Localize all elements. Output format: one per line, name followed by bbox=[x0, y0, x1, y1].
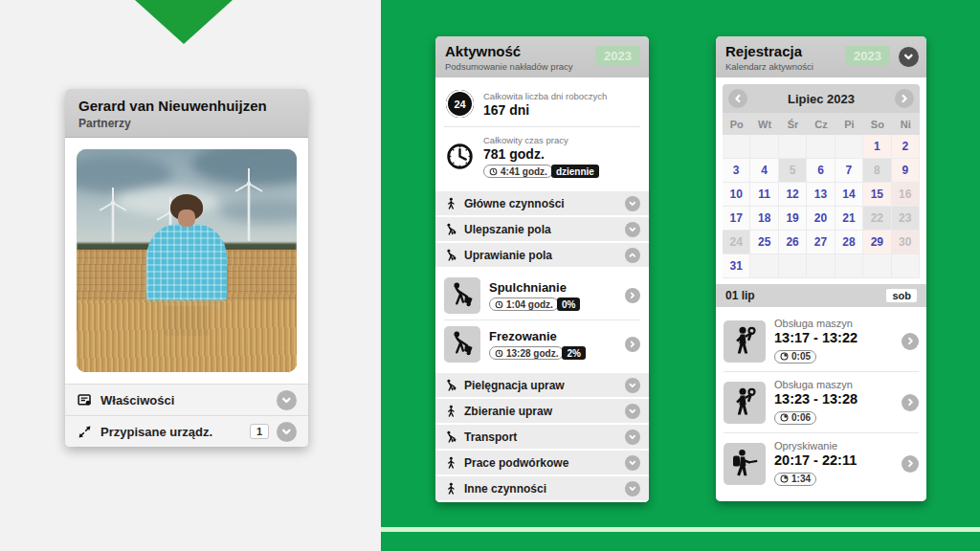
category-label: Prace podwórkowe bbox=[464, 456, 618, 470]
wind-turbine-icon bbox=[230, 166, 268, 249]
assigned-devices-row[interactable]: Przypisane urządz. 1 bbox=[65, 415, 308, 447]
chevron-down-icon[interactable] bbox=[625, 430, 640, 445]
crop-care-icon bbox=[444, 378, 457, 393]
sub-activity-row[interactable]: Frezowanie 13:28 godz. 2% bbox=[444, 320, 640, 368]
main-activities-icon bbox=[444, 196, 457, 211]
next-month-button[interactable] bbox=[895, 89, 914, 108]
yard-work-icon bbox=[444, 455, 457, 471]
calendar-day-cell: 24 bbox=[723, 231, 750, 254]
weekday-badge: sob bbox=[886, 289, 917, 302]
calendar-day-cell[interactable]: 11 bbox=[750, 183, 778, 207]
chevron-down-icon[interactable] bbox=[625, 378, 640, 393]
calendar-empty-cell bbox=[750, 254, 778, 278]
duration-pill: 0:06 bbox=[774, 411, 816, 425]
calendar-day-cell[interactable]: 31 bbox=[723, 254, 750, 278]
category-label: Ulepszanie pola bbox=[464, 223, 618, 236]
calendar-day-cell[interactable]: 19 bbox=[779, 207, 807, 231]
previous-month-button[interactable] bbox=[728, 89, 747, 108]
chevron-down-icon[interactable] bbox=[625, 404, 640, 419]
activity-stats: 24 Całkowita liczba dni roboczych 167 dn… bbox=[435, 77, 649, 191]
sub-activity-row[interactable]: Spulchnianie 1:04 godz. 0% bbox=[444, 272, 640, 320]
calendar-day-cell[interactable]: 29 bbox=[863, 231, 891, 254]
calendar: Lipiec 2023 PoWtŚrCzPiSoNi 1234567891011… bbox=[716, 77, 926, 278]
entry-time-range: 13:17 - 13:22 bbox=[774, 330, 893, 345]
calendar-empty-cell bbox=[835, 135, 863, 159]
calendar-day-cell[interactable]: 28 bbox=[835, 231, 863, 254]
daily-average: 4:41 godz. dziennie bbox=[483, 165, 599, 178]
properties-row[interactable]: Właściwości bbox=[65, 384, 308, 415]
calendar-day-headers: PoWtŚrCzPiSoNi bbox=[723, 113, 920, 135]
selected-date-label: 01 lip bbox=[725, 289, 886, 302]
calendar-day-cell[interactable]: 14 bbox=[835, 183, 863, 207]
calendar-day-cell[interactable]: 17 bbox=[723, 207, 750, 231]
chevron-right-icon[interactable] bbox=[902, 394, 919, 411]
activity-entry-row[interactable]: Obsługa maszyn 13:17 - 13:22 0:05 bbox=[724, 311, 919, 371]
calendar-day-cell[interactable]: 18 bbox=[750, 207, 778, 231]
timer-24h-icon: 24 bbox=[445, 89, 475, 119]
activity-category-row[interactable]: Uprawianie pola bbox=[435, 243, 649, 269]
chevron-right-icon[interactable] bbox=[625, 337, 640, 352]
calendar-grid: 1234567891011121314151617181920212223242… bbox=[723, 135, 920, 278]
transport-icon bbox=[444, 430, 457, 445]
calendar-day-cell[interactable]: 20 bbox=[807, 207, 835, 231]
activity-category-row[interactable]: Prace podwórkowe bbox=[435, 451, 649, 476]
profile-card: Gerard van Nieuwenhuijzen Partnerzy bbox=[65, 89, 308, 447]
calendar-day-cell[interactable]: 15 bbox=[863, 183, 891, 207]
chevron-right-icon[interactable] bbox=[902, 455, 919, 473]
photo-wheat-foreground bbox=[77, 300, 297, 372]
calendar-day-cell[interactable]: 10 bbox=[723, 183, 750, 207]
activity-entry-row[interactable]: Obsługa maszyn 13:23 - 13:28 0:06 bbox=[724, 371, 919, 432]
activity-entry-row[interactable]: Opryskiwanie 20:17 - 22:11 1:34 bbox=[724, 432, 919, 494]
chevron-down-icon[interactable] bbox=[625, 196, 640, 211]
activity-category-row[interactable]: Zbieranie upraw bbox=[435, 399, 649, 425]
activity-entries-list: Obsługa maszyn 13:17 - 13:22 0:05 Obsług… bbox=[716, 307, 926, 501]
calendar-day-cell[interactable]: 21 bbox=[835, 207, 863, 231]
sub-activity-label: Spulchnianie bbox=[489, 280, 616, 295]
calendar-day-cell[interactable]: 26 bbox=[779, 231, 807, 254]
chevron-up-icon[interactable] bbox=[625, 248, 640, 263]
sub-activity-stats: 13:28 godz. 2% bbox=[489, 346, 616, 360]
entry-category-label: Obsługa maszyn bbox=[774, 379, 893, 390]
calendar-day-cell[interactable]: 4 bbox=[750, 159, 778, 183]
calendar-day-cell[interactable]: 9 bbox=[892, 159, 920, 183]
calendar-day-header: Śr bbox=[779, 113, 807, 135]
device-count-badge: 1 bbox=[250, 424, 269, 439]
sub-activity-label: Frezowanie bbox=[489, 329, 616, 343]
profile-type: Partnerzy bbox=[78, 117, 295, 130]
green-arrow-pointer bbox=[135, 0, 233, 44]
activity-panel-header: Aktywność Podsumowanie nakładów pracy 20… bbox=[435, 36, 649, 77]
calendar-day-cell[interactable]: 27 bbox=[807, 231, 835, 254]
wind-turbine-icon bbox=[94, 186, 132, 245]
activity-category-row[interactable]: Transport bbox=[435, 425, 649, 451]
calendar-day-cell[interactable]: 1 bbox=[863, 135, 891, 159]
chevron-down-icon[interactable] bbox=[899, 47, 919, 67]
chevron-right-icon[interactable] bbox=[625, 288, 640, 303]
calendar-day-cell[interactable]: 3 bbox=[723, 159, 750, 183]
calendar-day-cell[interactable]: 2 bbox=[892, 135, 920, 159]
duration-pill: 1:34 bbox=[774, 473, 816, 486]
spraying-icon bbox=[724, 443, 766, 485]
activity-category-row[interactable]: Inne czynności bbox=[435, 476, 649, 502]
activity-category-row[interactable]: Pielęgnacja upraw bbox=[435, 373, 649, 399]
calendar-day-cell[interactable]: 6 bbox=[807, 159, 835, 183]
calendar-empty-cell bbox=[835, 254, 863, 278]
chevron-right-icon[interactable] bbox=[902, 333, 919, 350]
calendar-day-cell[interactable]: 12 bbox=[779, 183, 807, 207]
calendar-month-label: Lipiec 2023 bbox=[747, 92, 895, 106]
activity-category-row[interactable]: Główne czynności bbox=[435, 191, 649, 217]
activity-category-row[interactable]: Ulepszanie pola bbox=[435, 217, 649, 243]
sub-activity-info: Frezowanie 13:28 godz. 2% bbox=[489, 329, 616, 360]
sub-activity-stats: 1:04 godz. 0% bbox=[489, 298, 616, 311]
duration-pill: 0:05 bbox=[774, 350, 816, 364]
chevron-down-icon[interactable] bbox=[625, 455, 640, 471]
properties-icon bbox=[77, 392, 93, 408]
chevron-down-icon[interactable] bbox=[277, 422, 297, 442]
calendar-day-cell[interactable]: 13 bbox=[807, 183, 835, 207]
selected-day-bar: 01 lip sob bbox=[716, 284, 926, 307]
working-days-label: Całkowita liczba dni roboczych bbox=[483, 91, 607, 101]
calendar-day-cell[interactable]: 25 bbox=[750, 231, 778, 254]
calendar-day-cell[interactable]: 7 bbox=[835, 159, 863, 183]
chevron-down-icon[interactable] bbox=[625, 222, 640, 237]
chevron-down-icon[interactable] bbox=[625, 481, 640, 496]
chevron-down-icon[interactable] bbox=[277, 390, 297, 410]
